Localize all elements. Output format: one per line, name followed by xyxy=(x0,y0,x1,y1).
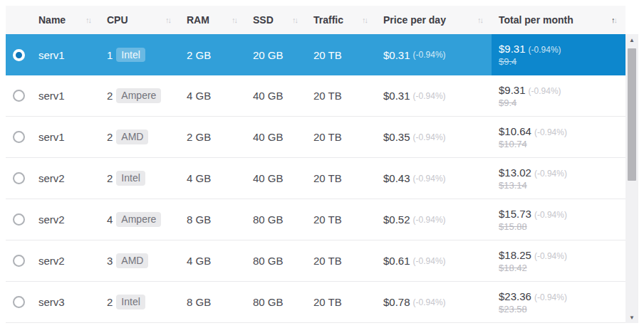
column-header-ram[interactable]: RAM ↑↓ xyxy=(180,6,246,34)
sort-down-icon[interactable]: ↓ xyxy=(88,16,91,24)
total-per-month-cell: $9.31 (-0.94%) $9.4 xyxy=(492,75,625,116)
total-old-price: $18.42 xyxy=(499,263,527,273)
radio-button[interactable] xyxy=(13,131,25,143)
total-old-price: $15.88 xyxy=(499,221,527,232)
traffic-value: 20 TB xyxy=(306,199,376,240)
sort-icons[interactable]: ↑↓ xyxy=(611,16,616,24)
server-table: Name ↑↓ CPU ↑↓ RAM ↑↓ SSD ↑↓ Traffic ↑↓ … xyxy=(6,6,625,323)
table-header: Name ↑↓ CPU ↑↓ RAM ↑↓ SSD ↑↓ Traffic ↑↓ … xyxy=(6,6,625,34)
cpu-vendor-badge: Intel xyxy=(116,295,145,310)
cpu-cell: 2 Ampere xyxy=(100,75,180,116)
table-row[interactable]: serv1 1 Intel 2 GB 20 GB 20 TB $0.31 (-0… xyxy=(6,34,625,75)
radio-cell xyxy=(6,117,31,157)
traffic-value: 20 TB xyxy=(306,34,376,75)
ssd-value: 20 GB xyxy=(246,34,306,75)
cpu-vendor-badge: Ampere xyxy=(116,88,161,103)
server-name: serv2 xyxy=(31,158,100,199)
sort-icons[interactable]: ↑↓ xyxy=(477,16,482,24)
cpu-count: 2 xyxy=(107,131,113,143)
table-row[interactable]: serv2 4 Ampere 8 GB 80 GB 20 TB $0.52 (-… xyxy=(6,199,625,240)
cpu-vendor-badge: AMD xyxy=(116,129,148,144)
sort-down-icon[interactable]: ↓ xyxy=(480,16,483,24)
total-per-month-cell: $18.25 (-0.94%) $18.42 xyxy=(492,240,625,281)
scroll-up-icon[interactable]: ▲ xyxy=(625,34,638,46)
ssd-value: 40 GB xyxy=(246,75,306,116)
price-per-day: $0.61 xyxy=(383,255,410,267)
total-change-percent: (-0.94%) xyxy=(534,251,567,261)
total-per-month-cell: $9.31 (-0.94%) $9.4 xyxy=(492,34,625,75)
cpu-vendor-badge: Ampere xyxy=(116,212,161,227)
total-per-month: $23.36 xyxy=(499,290,531,302)
server-name: serv2 xyxy=(31,199,100,240)
cpu-count: 4 xyxy=(107,213,113,226)
column-header-name[interactable]: Name ↑↓ xyxy=(31,6,100,34)
total-change-percent: (-0.94%) xyxy=(529,86,561,96)
price-change-percent: (-0.94%) xyxy=(413,132,446,142)
radio-column-header xyxy=(6,6,31,34)
sort-icons[interactable]: ↑↓ xyxy=(362,16,367,24)
radio-cell xyxy=(6,75,31,116)
sort-down-icon[interactable]: ↓ xyxy=(168,16,171,24)
total-per-month-cell: $15.73 (-0.94%) $15.88 xyxy=(492,199,625,240)
column-header-ssd[interactable]: SSD ↑↓ xyxy=(246,6,306,34)
ssd-value: 80 GB xyxy=(246,282,306,322)
price-change-percent: (-0.94%) xyxy=(413,91,446,101)
column-label: Name xyxy=(38,14,66,26)
vertical-scrollbar[interactable]: ▲ ▼ xyxy=(625,34,638,323)
table-row[interactable]: serv2 2 Intel 4 GB 40 GB 20 TB $0.43 (-0… xyxy=(6,158,625,199)
column-label: RAM xyxy=(187,14,209,26)
radio-button[interactable] xyxy=(13,172,25,184)
table-row[interactable]: serv1 2 Ampere 4 GB 40 GB 20 TB $0.31 (-… xyxy=(6,75,625,117)
table-row[interactable]: serv2 3 AMD 4 GB 80 GB 20 TB $0.61 (-0.9… xyxy=(6,240,625,282)
price-change-percent: (-0.94%) xyxy=(413,50,446,60)
cpu-count: 3 xyxy=(107,255,113,267)
radio-button[interactable] xyxy=(13,49,25,61)
radio-button[interactable] xyxy=(13,255,25,267)
sort-icons[interactable]: ↑↓ xyxy=(292,16,297,24)
total-per-month: $13.02 xyxy=(499,166,531,179)
total-change-percent: (-0.94%) xyxy=(534,292,567,302)
column-header-cpu[interactable]: CPU ↑↓ xyxy=(100,6,180,34)
ram-value: 8 GB xyxy=(180,282,246,322)
sort-down-icon[interactable]: ↓ xyxy=(234,16,237,24)
server-name: serv1 xyxy=(31,34,100,75)
total-change-percent: (-0.94%) xyxy=(534,127,567,137)
radio-button[interactable] xyxy=(13,90,25,102)
total-per-month: $9.31 xyxy=(499,84,526,96)
table-row[interactable]: serv3 2 Intel 8 GB 80 GB 20 TB $0.78 (-0… xyxy=(6,282,625,323)
ssd-value: 40 GB xyxy=(246,158,306,199)
column-header-price[interactable]: Price per day ↑↓ xyxy=(376,6,492,34)
radio-cell xyxy=(6,158,31,199)
cpu-cell: 3 AMD xyxy=(100,240,180,281)
server-name: serv1 xyxy=(31,75,100,116)
ssd-value: 40 GB xyxy=(246,117,306,157)
column-label: CPU xyxy=(107,14,128,26)
total-change-percent: (-0.94%) xyxy=(529,45,561,55)
sort-icons[interactable]: ↑↓ xyxy=(165,16,170,24)
scrollbar-thumb[interactable] xyxy=(628,48,636,181)
column-header-total[interactable]: Total per month ↑↓ xyxy=(492,6,625,34)
sort-icons[interactable]: ↑↓ xyxy=(85,16,90,24)
scroll-down-icon[interactable]: ▼ xyxy=(625,312,638,323)
price-change-percent: (-0.94%) xyxy=(413,256,446,266)
sort-down-icon[interactable]: ↓ xyxy=(295,16,298,24)
price-per-day: $0.31 xyxy=(383,90,410,102)
price-per-day-cell: $0.31 (-0.94%) xyxy=(376,34,492,75)
table-row[interactable]: serv1 2 AMD 2 GB 40 GB 20 TB $0.35 (-0.9… xyxy=(6,117,625,158)
column-header-traffic[interactable]: Traffic ↑↓ xyxy=(306,6,376,34)
sort-icons[interactable]: ↑↓ xyxy=(232,16,237,24)
price-per-day-cell: $0.52 (-0.94%) xyxy=(376,199,492,240)
radio-button[interactable] xyxy=(13,213,25,226)
radio-cell xyxy=(6,34,31,75)
price-per-day: $0.43 xyxy=(383,172,410,184)
sort-down-icon[interactable]: ↓ xyxy=(365,16,368,24)
price-per-day: $0.52 xyxy=(383,213,410,226)
sort-down-icon[interactable]: ↓ xyxy=(614,16,617,24)
total-per-month: $15.73 xyxy=(499,208,531,220)
radio-button[interactable] xyxy=(13,296,25,308)
price-per-day: $0.78 xyxy=(383,296,410,308)
total-old-price: $13.14 xyxy=(499,180,527,191)
radio-cell xyxy=(6,240,31,281)
traffic-value: 20 TB xyxy=(306,240,376,281)
cpu-cell: 2 Intel xyxy=(100,282,180,322)
